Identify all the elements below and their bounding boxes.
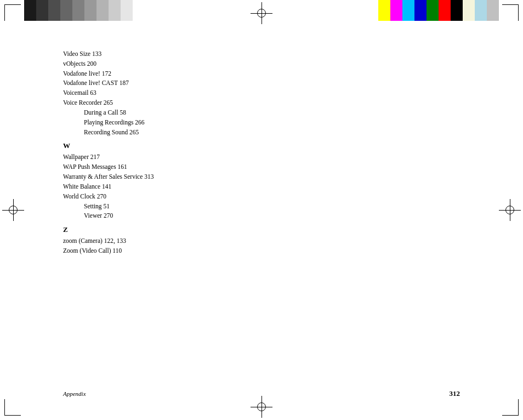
footer-appendix-label: Appendix (63, 390, 86, 397)
crop-mark-tr (502, 4, 519, 21)
w-section-letter: W (63, 140, 460, 151)
crop-mark-tl (4, 4, 21, 21)
index-entry: Setting 51 (63, 202, 460, 212)
index-content: Video Size 133vObjects 200Vodafone live!… (63, 49, 460, 256)
color-bar (36, 0, 48, 21)
index-entry: During a Call 58 (63, 108, 460, 118)
index-entry: Playing Recordings 266 (63, 118, 460, 128)
color-bar (109, 0, 121, 21)
crosshair-bottom (251, 396, 272, 418)
z-section-letter: Z (63, 224, 460, 235)
color-bar (60, 0, 72, 21)
color-bar (84, 0, 96, 21)
index-entry: vObjects 200 (63, 59, 460, 69)
crosshair-right (499, 199, 521, 221)
index-entry: Wallpaper 217 (63, 152, 460, 162)
crosshair-top (251, 2, 272, 24)
color-bar (72, 0, 84, 21)
index-entry: WAP Push Messages 161 (63, 162, 460, 172)
index-entry: Zoom (Video Call) 110 (63, 246, 460, 256)
color-bar (48, 0, 60, 21)
v-section-items: Video Size 133vObjects 200Vodafone live!… (63, 49, 460, 137)
footer: Appendix 312 (0, 389, 523, 398)
crop-mark-br (502, 399, 519, 416)
w-section-items: Wallpaper 217WAP Push Messages 161Warran… (63, 152, 460, 221)
index-entry: Vodafone live! CAST 187 (63, 78, 460, 88)
color-bar (451, 0, 463, 21)
color-bar (439, 0, 451, 21)
index-entry: Recording Sound 265 (63, 128, 460, 138)
color-bar (463, 0, 475, 21)
index-entry: zoom (Camera) 122, 133 (63, 236, 460, 246)
index-entry: Viewer 270 (63, 211, 460, 221)
color-bar (133, 0, 145, 21)
index-entry: Video Size 133 (63, 49, 460, 59)
color-bar (378, 0, 390, 21)
color-bar (121, 0, 133, 21)
color-bars-left (24, 0, 145, 21)
color-bar (427, 0, 439, 21)
index-entry: White Balance 141 (63, 182, 460, 192)
color-bar (402, 0, 414, 21)
crosshair-left (2, 199, 24, 221)
z-section-items: zoom (Camera) 122, 133Zoom (Video Call) … (63, 236, 460, 256)
footer-page-number: 312 (450, 389, 461, 398)
index-entry: Voice Recorder 265 (63, 98, 460, 108)
color-bar (487, 0, 499, 21)
color-bar (414, 0, 427, 21)
crop-mark-bl (4, 399, 21, 416)
color-bar (475, 0, 487, 21)
index-entry: World Clock 270 (63, 192, 460, 202)
index-entry: Warranty & After Sales Service 313 (63, 172, 460, 182)
index-entry: Vodafone live! 172 (63, 69, 460, 79)
color-bars-right (378, 0, 499, 21)
index-entry: Voicemail 63 (63, 88, 460, 98)
color-bar (24, 0, 36, 21)
color-bar (96, 0, 109, 21)
color-bar (390, 0, 402, 21)
